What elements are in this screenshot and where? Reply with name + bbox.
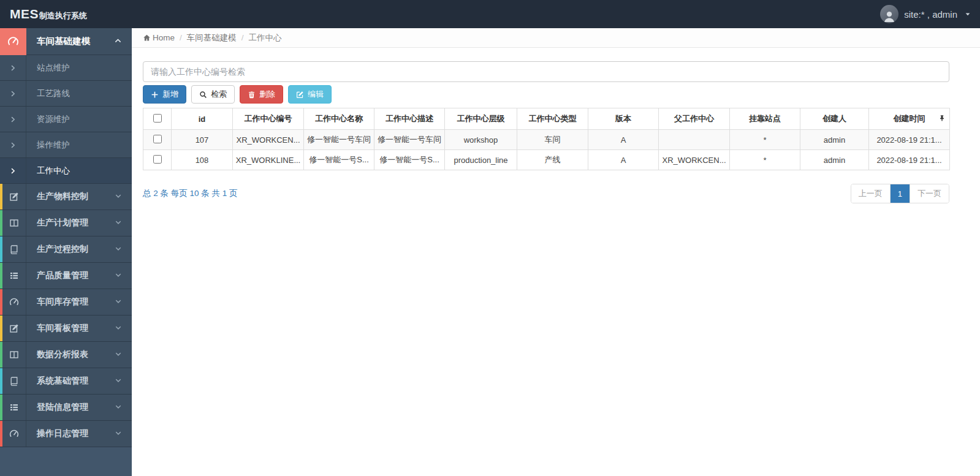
- chevron-right-icon: [0, 55, 26, 80]
- book-icon: [2, 236, 26, 262]
- pin-column-icon[interactable]: [938, 115, 946, 124]
- sidebar-item-production-process-control[interactable]: 生产过程控制: [0, 236, 132, 263]
- sidebar-item-data-analysis-reports[interactable]: 数据分析报表: [0, 342, 132, 368]
- sidebar-item-operation-maintenance[interactable]: 操作维护: [0, 132, 132, 158]
- cell-id: 107: [172, 130, 233, 150]
- cell-level: workshop: [445, 130, 517, 150]
- app-logo: MES 制造执行系统: [10, 7, 87, 21]
- column-header-name[interactable]: 工作中心名称: [304, 108, 374, 130]
- user-menu[interactable]: site:* , admin: [880, 5, 971, 23]
- sidebar-item-resource-maintenance[interactable]: 资源维护: [0, 107, 132, 132]
- book-icon: [2, 368, 26, 394]
- columns-icon: [2, 342, 26, 368]
- cell-created-time: 2022-08-19 21:1...: [869, 150, 950, 170]
- pager: 上一页 1 下一页: [851, 184, 949, 203]
- caret-down-icon: [963, 9, 971, 20]
- search-button[interactable]: 检索: [191, 85, 235, 104]
- sidebar-item-operation-log-management[interactable]: 操作日志管理: [0, 421, 132, 447]
- column-header-code[interactable]: 工作中心编号: [233, 108, 304, 130]
- cell-code: XR_WORKCEN...: [233, 130, 304, 150]
- cell-type: 产线: [517, 150, 588, 170]
- sidebar-group-label: 车间基础建模: [26, 36, 114, 47]
- cell-type: 车间: [517, 130, 588, 150]
- next-page-button[interactable]: 下一页: [910, 184, 949, 203]
- page-1-button[interactable]: 1: [891, 184, 910, 203]
- chevron-right-icon: [0, 81, 26, 106]
- cell-station: *: [730, 130, 800, 150]
- edit-icon: [296, 91, 304, 99]
- sidebar-item-station-maintenance[interactable]: 站点维护: [0, 55, 132, 81]
- breadcrumb: Home / 车间基础建模 / 工作中心: [132, 28, 980, 48]
- list-icon: [2, 263, 26, 289]
- breadcrumb-separator: /: [241, 33, 244, 42]
- sidebar-item-product-quality-management[interactable]: 产品质量管理: [0, 263, 132, 289]
- sidebar-item-workshop-kanban-management[interactable]: 车间看板管理: [0, 315, 132, 342]
- sidebar-item-label: 工艺路线: [26, 88, 70, 99]
- table-row[interactable]: 108 XR_WORKLINE... 修一智能一号S... 修一智能一号S...…: [143, 150, 950, 170]
- row-checkbox[interactable]: [153, 155, 162, 164]
- add-button[interactable]: 新增: [143, 85, 186, 104]
- row-checkbox[interactable]: [153, 135, 162, 143]
- cell-name: 修一智能一号车间: [304, 130, 374, 150]
- chevron-down-icon: [115, 297, 132, 308]
- columns-icon: [2, 210, 26, 236]
- prev-page-button[interactable]: 上一页: [851, 184, 891, 203]
- table-row[interactable]: 107 XR_WORKCEN... 修一智能一号车间 修一智能一号车间 work…: [143, 130, 950, 150]
- sidebar-item-work-center[interactable]: 工作中心: [0, 158, 132, 184]
- home-icon: [143, 34, 151, 42]
- cell-code: XR_WORKLINE...: [233, 150, 304, 170]
- sidebar-item-label: 生产计划管理: [26, 217, 115, 229]
- sidebar-group-workshop-modeling[interactable]: 车间基础建模: [0, 28, 132, 55]
- sidebar: 车间基础建模 站点维护 工艺路线 资源维护 操作维护 工作中心: [0, 28, 132, 476]
- user-label: site:* , admin: [904, 9, 957, 20]
- topbar: MES 制造执行系统 site:* , admin: [0, 0, 980, 28]
- column-header-type[interactable]: 工作中心类型: [517, 108, 588, 130]
- chevron-right-icon: [0, 158, 26, 183]
- column-header-level[interactable]: 工作中心层级: [445, 108, 517, 130]
- sidebar-item-workshop-inventory-management[interactable]: 车间库存管理: [0, 289, 132, 315]
- cell-parent: [659, 130, 730, 150]
- column-header-version[interactable]: 版本: [588, 108, 659, 130]
- sidebar-item-system-base-management[interactable]: 系统基础管理: [0, 368, 132, 395]
- app-logo-suffix: 制造执行系统: [39, 10, 87, 21]
- column-header-id[interactable]: id: [172, 108, 233, 130]
- cell-level: production_line: [445, 150, 517, 170]
- breadcrumb-section[interactable]: 车间基础建模: [187, 32, 237, 43]
- list-icon: [2, 395, 26, 420]
- column-header-creator[interactable]: 创建人: [800, 108, 869, 130]
- cell-id: 108: [172, 150, 233, 170]
- chevron-right-icon: [0, 132, 26, 157]
- select-all-checkbox[interactable]: [153, 114, 162, 123]
- column-header-station[interactable]: 挂靠站点: [730, 108, 800, 130]
- edit-button[interactable]: 编辑: [288, 85, 332, 104]
- app-logo-main: MES: [10, 7, 39, 21]
- column-header-parent[interactable]: 父工作中心: [659, 108, 730, 130]
- delete-button[interactable]: 删除: [240, 85, 283, 104]
- search-icon: [199, 91, 207, 99]
- column-header-description[interactable]: 工作中心描述: [374, 108, 445, 130]
- sidebar-item-label: 站点维护: [26, 62, 70, 74]
- sidebar-item-label: 生产过程控制: [26, 244, 115, 255]
- avatar: [880, 5, 898, 23]
- sidebar-item-production-material-control[interactable]: 生产物料控制: [0, 184, 132, 210]
- column-header-created-time[interactable]: 创建时间: [869, 108, 950, 130]
- search-input[interactable]: [143, 61, 949, 82]
- table-header-row: id 工作中心编号 工作中心名称 工作中心描述 工作中心层级 工作中心类型 版本…: [143, 108, 950, 130]
- pagination: 总 2 条 每页 10 条 共 1 页 上一页 1 下一页: [143, 184, 949, 203]
- breadcrumb-home[interactable]: Home: [143, 33, 175, 42]
- sidebar-item-process-route[interactable]: 工艺路线: [0, 81, 132, 107]
- chevron-down-icon: [115, 270, 132, 281]
- sidebar-item-label: 登陆信息管理: [26, 402, 115, 413]
- chevron-up-icon: [114, 36, 132, 47]
- sidebar-main-menu: 生产物料控制 生产计划管理 生产过程控制 产品质量管理: [0, 184, 132, 447]
- chevron-down-icon: [115, 402, 132, 413]
- sidebar-item-label: 操作日志管理: [26, 428, 115, 439]
- sidebar-item-label: 工作中心: [26, 165, 70, 176]
- chevron-down-icon: [115, 323, 132, 334]
- sidebar-item-production-plan-management[interactable]: 生产计划管理: [0, 210, 132, 236]
- cell-creator: admin: [800, 130, 869, 150]
- cell-created-time: 2022-08-19 21:1...: [869, 130, 950, 150]
- sidebar-item-login-info-management[interactable]: 登陆信息管理: [0, 395, 132, 421]
- cell-parent: XR_WORKCEN...: [659, 150, 730, 170]
- chevron-right-icon: [0, 107, 26, 132]
